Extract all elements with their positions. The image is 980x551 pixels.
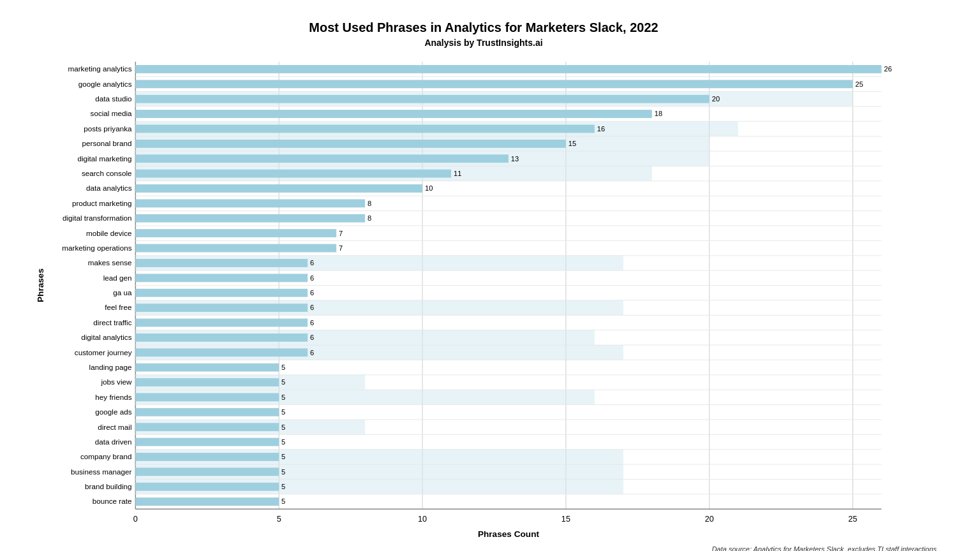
svg-text:5: 5 xyxy=(281,378,285,386)
data-source: Data source: Analytics for Marketers Sla… xyxy=(31,545,937,551)
svg-text:direct mail: direct mail xyxy=(98,423,131,431)
svg-rect-90 xyxy=(135,319,308,327)
svg-text:digital analytics: digital analytics xyxy=(81,333,131,341)
svg-text:digital marketing: digital marketing xyxy=(77,154,131,163)
svg-text:25: 25 xyxy=(856,80,863,88)
svg-rect-64 xyxy=(135,229,336,237)
svg-text:6: 6 xyxy=(310,259,314,267)
bar-chart: Phrases0510152025Phrases Count26marketin… xyxy=(31,55,937,540)
svg-rect-52 xyxy=(135,184,422,193)
svg-text:makes sense: makes sense xyxy=(88,258,132,267)
svg-text:ga ua: ga ua xyxy=(113,288,132,297)
svg-text:personal brand: personal brand xyxy=(82,139,132,147)
svg-text:5: 5 xyxy=(281,497,285,505)
svg-rect-19 xyxy=(135,80,852,88)
svg-text:7: 7 xyxy=(339,244,343,252)
svg-rect-95 xyxy=(135,334,308,342)
svg-text:10: 10 xyxy=(418,515,427,524)
svg-rect-104 xyxy=(135,364,279,372)
svg-text:jobs view: jobs view xyxy=(100,378,132,386)
svg-rect-118 xyxy=(135,408,279,416)
svg-rect-127 xyxy=(135,438,279,446)
svg-text:bounce rate: bounce rate xyxy=(93,497,132,505)
svg-rect-132 xyxy=(135,453,279,461)
svg-rect-15 xyxy=(135,65,881,73)
svg-text:13: 13 xyxy=(511,155,519,163)
svg-rect-77 xyxy=(135,274,308,282)
svg-text:landing page: landing page xyxy=(89,363,132,371)
svg-text:posts priyanka: posts priyanka xyxy=(84,124,132,133)
svg-text:brand building: brand building xyxy=(85,482,131,490)
svg-text:Phrases Count: Phrases Count xyxy=(478,529,540,539)
svg-text:5: 5 xyxy=(281,364,285,371)
svg-rect-100 xyxy=(135,348,308,356)
svg-text:10: 10 xyxy=(425,184,433,192)
svg-text:marketing analytics: marketing analytics xyxy=(68,64,131,73)
svg-text:15: 15 xyxy=(561,515,570,524)
chart-subtitle: Analysis by TrustInsights.ai xyxy=(31,38,937,48)
svg-text:0: 0 xyxy=(133,515,138,524)
svg-rect-48 xyxy=(135,170,451,178)
svg-text:20: 20 xyxy=(705,515,714,524)
svg-text:5: 5 xyxy=(281,393,285,401)
svg-text:20: 20 xyxy=(712,95,720,103)
svg-text:5: 5 xyxy=(281,468,285,476)
svg-text:5: 5 xyxy=(281,423,285,431)
svg-rect-43 xyxy=(135,154,509,163)
svg-text:Phrases: Phrases xyxy=(36,268,45,302)
svg-rect-114 xyxy=(135,393,279,401)
svg-text:26: 26 xyxy=(884,65,891,73)
svg-text:data driven: data driven xyxy=(95,437,132,446)
svg-text:marketing operations: marketing operations xyxy=(62,244,131,252)
chart-title: Most Used Phrases in Analytics for Marke… xyxy=(31,20,937,35)
svg-rect-56 xyxy=(135,199,365,207)
chart-container: Most Used Phrases in Analytics for Marke… xyxy=(18,8,962,543)
svg-rect-86 xyxy=(135,304,308,312)
svg-rect-24 xyxy=(135,95,709,103)
svg-rect-137 xyxy=(135,467,279,476)
svg-text:5: 5 xyxy=(281,438,285,446)
svg-rect-123 xyxy=(135,423,279,431)
svg-text:product marketing: product marketing xyxy=(72,199,132,207)
svg-text:data analytics: data analytics xyxy=(86,184,132,192)
svg-text:lead gen: lead gen xyxy=(103,274,132,282)
svg-text:google ads: google ads xyxy=(95,408,131,416)
svg-text:company brand: company brand xyxy=(80,452,132,460)
svg-text:hey friends: hey friends xyxy=(95,393,131,401)
svg-text:5: 5 xyxy=(281,483,285,490)
svg-rect-81 xyxy=(135,289,308,297)
svg-text:15: 15 xyxy=(568,140,576,147)
svg-text:digital transformation: digital transformation xyxy=(63,214,131,222)
svg-rect-146 xyxy=(135,497,279,506)
svg-text:5: 5 xyxy=(281,408,285,416)
svg-text:google analytics: google analytics xyxy=(78,80,132,88)
svg-rect-73 xyxy=(135,259,308,267)
svg-text:16: 16 xyxy=(597,125,605,133)
svg-text:6: 6 xyxy=(310,274,314,282)
svg-rect-60 xyxy=(135,214,365,223)
svg-text:6: 6 xyxy=(310,334,314,341)
svg-text:data studio: data studio xyxy=(95,94,132,103)
svg-text:search console: search console xyxy=(82,169,132,177)
svg-text:18: 18 xyxy=(655,110,662,117)
svg-text:11: 11 xyxy=(454,170,461,177)
svg-text:8: 8 xyxy=(368,214,371,222)
svg-text:7: 7 xyxy=(339,230,343,237)
svg-text:feel free: feel free xyxy=(105,303,131,311)
svg-text:6: 6 xyxy=(310,349,314,356)
svg-text:mobile device: mobile device xyxy=(86,229,131,237)
svg-text:business manager: business manager xyxy=(71,467,132,476)
svg-rect-38 xyxy=(135,140,566,148)
svg-text:8: 8 xyxy=(368,200,371,207)
svg-text:6: 6 xyxy=(310,304,314,311)
svg-text:6: 6 xyxy=(310,319,314,327)
svg-rect-28 xyxy=(135,110,651,118)
svg-text:5: 5 xyxy=(281,453,285,460)
svg-rect-68 xyxy=(135,244,336,253)
svg-rect-142 xyxy=(135,483,279,491)
svg-text:direct traffic: direct traffic xyxy=(93,318,131,327)
svg-text:5: 5 xyxy=(277,515,281,524)
svg-rect-109 xyxy=(135,378,279,386)
svg-text:25: 25 xyxy=(849,515,858,524)
svg-text:social media: social media xyxy=(91,109,132,117)
